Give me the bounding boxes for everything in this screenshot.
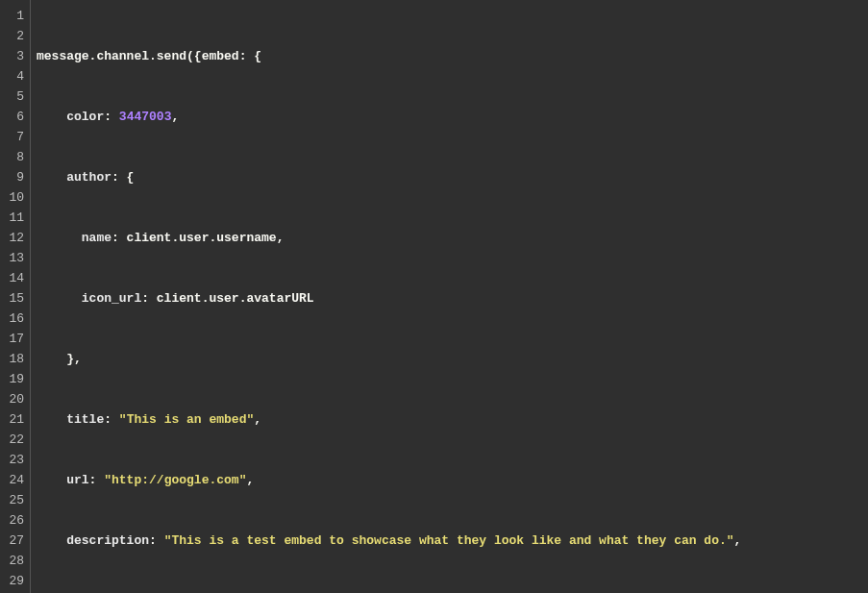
line-number: 24 [4, 470, 24, 490]
code-line: title: "This is an embed", [37, 409, 868, 430]
line-number: 22 [4, 430, 24, 450]
line-number: 26 [4, 510, 24, 531]
line-number: 11 [4, 208, 24, 228]
line-number: 3 [4, 46, 24, 66]
line-number: 16 [4, 309, 24, 329]
line-number: 15 [4, 288, 24, 309]
code-line: name: client.user.username, [37, 228, 868, 248]
line-number: 18 [4, 349, 24, 369]
code-area[interactable]: message.channel.send({embed: { color: 34… [31, 0, 868, 593]
line-number: 29 [4, 571, 24, 591]
line-number: 4 [4, 66, 24, 86]
line-number: 6 [4, 107, 24, 127]
line-number: 8 [4, 147, 24, 167]
code-line: url: "http://google.com", [37, 470, 868, 490]
line-number: 5 [4, 86, 24, 107]
line-number: 20 [4, 389, 24, 409]
line-number: 7 [4, 127, 24, 147]
code-line: }, [37, 349, 868, 369]
line-number: 25 [4, 490, 24, 510]
code-line: message.channel.send({embed: { [37, 46, 868, 66]
line-number-gutter: 1 2 3 4 5 6 7 8 9 10 11 12 13 14 15 16 1… [0, 0, 31, 593]
line-number: 13 [4, 248, 24, 268]
code-line: author: { [37, 167, 868, 187]
line-number: 19 [4, 369, 24, 389]
code-editor: 1 2 3 4 5 6 7 8 9 10 11 12 13 14 15 16 1… [0, 0, 868, 593]
line-number: 10 [4, 187, 24, 208]
line-number: 17 [4, 329, 24, 349]
line-number: 14 [4, 268, 24, 288]
line-number: 12 [4, 228, 24, 248]
line-number: 9 [4, 167, 24, 187]
line-number: 21 [4, 409, 24, 430]
line-number: 28 [4, 551, 24, 571]
code-line: description: "This is a test embed to sh… [37, 531, 868, 551]
line-number: 23 [4, 450, 24, 470]
line-number: 27 [4, 531, 24, 551]
code-line: color: 3447003, [37, 107, 868, 127]
line-number: 1 [4, 6, 24, 26]
line-number: 2 [4, 26, 24, 46]
code-line: icon_url: client.user.avatarURL [37, 288, 868, 309]
